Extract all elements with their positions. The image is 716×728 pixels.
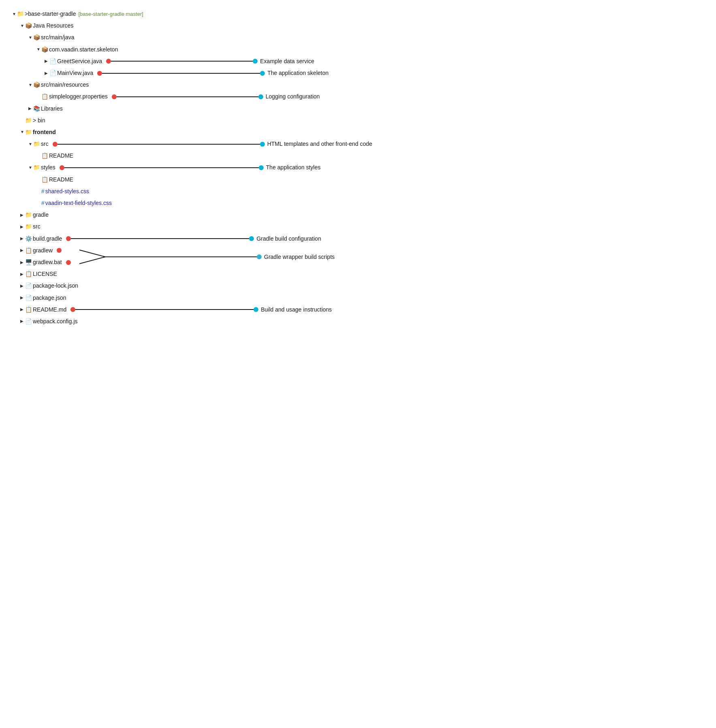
tree-item-java-resources[interactable]: ▼ 📦 Java Resources	[12, 20, 704, 32]
dot-blue-main-view	[260, 71, 265, 76]
item-libraries: Libraries	[41, 104, 63, 114]
line-styles	[64, 167, 259, 168]
dot-blue-build-gradle	[249, 236, 254, 241]
item-package-json: package.json	[33, 293, 66, 303]
tree-item-root[interactable]: ▼ 📁 > base-starter-gradle [base-starter-…	[12, 8, 704, 20]
item-src-main-resources: src/main/resources	[41, 80, 89, 90]
tree-item-package-json[interactable]: ▶ 📄 package.json	[12, 292, 704, 304]
tree-item-greet-service[interactable]: ▶ 📄 GreetService.java Example data servi…	[12, 56, 704, 67]
arrow-src: ▶	[20, 223, 24, 231]
tree-item-main-view[interactable]: ▶ 📄 MainView.java The application skelet…	[12, 67, 704, 79]
tree-item-build-gradle[interactable]: ▶ ⚙️ build.gradle Gradle build configura…	[12, 233, 704, 245]
tree-item-styles[interactable]: ▼ 📁 styles The application styles	[12, 162, 704, 173]
arrow-readme-md: ▶	[20, 306, 24, 313]
tree-item-bin[interactable]: ▶ 📁 > bin	[12, 115, 704, 126]
item-bin: > bin	[33, 115, 45, 126]
tree-item-frontend-src-readme[interactable]: ▶ 📋 README	[12, 150, 704, 162]
icon-simplelogger: 📋	[41, 92, 48, 102]
tree-item-readme-md[interactable]: ▶ 📋 README.md Build and usage instructio…	[12, 304, 704, 316]
annotation-main-view: The application skeleton	[97, 68, 328, 78]
item-readme-md: README.md	[33, 305, 66, 315]
tree-item-src-main-resources[interactable]: ▼ 📦 src/main/resources	[12, 79, 704, 91]
tree-item-src[interactable]: ▶ 📁 src	[12, 221, 704, 233]
tree-item-webpack[interactable]: ▶ 📄 webpack.config.js	[12, 316, 704, 327]
icon-src-main-java: 📦	[33, 32, 40, 43]
icon-libraries: 📚	[33, 104, 40, 114]
tree-item-src-main-java[interactable]: ▼ 📦 src/main/java	[12, 32, 704, 43]
dot-red-styles	[60, 165, 64, 170]
icon-gradle: 📁	[25, 210, 32, 220]
arrow-gradle: ▶	[20, 211, 24, 219]
line-main-view	[102, 73, 260, 74]
dot-blue-simplelogger	[258, 94, 263, 99]
tree-item-license[interactable]: ▶ 📋 LICENSE	[12, 268, 704, 280]
label-build-gradle: Gradle build configuration	[256, 234, 321, 244]
icon-frontend-src: 📁	[33, 139, 40, 149]
tree-item-com-vaadin[interactable]: ▼ 📦 com.vaadin.starter.skeleton	[12, 44, 704, 56]
item-src-main-java: src/main/java	[41, 32, 74, 43]
icon-styles-readme: 📋	[41, 175, 48, 185]
icon-license: 📋	[25, 269, 32, 279]
dot-red-build-gradle	[66, 236, 71, 241]
tree-item-vaadin-styles[interactable]: ▶ # vaadin-text-field-styles.css	[12, 197, 704, 209]
annotation-simplelogger: Logging configuration	[112, 92, 320, 102]
item-greet-service: GreetService.java	[57, 56, 102, 66]
item-license: LICENSE	[33, 269, 57, 279]
icon-java-resources: 📦	[25, 21, 32, 31]
item-gradlew-bat: gradlew.bat	[33, 257, 62, 267]
arrow-libraries: ▶	[28, 105, 32, 112]
item-frontend: frontend	[33, 127, 56, 137]
icon-bin: 📁	[25, 115, 32, 126]
item-styles-readme: README	[49, 175, 73, 185]
label-styles: The application styles	[266, 162, 321, 173]
annotation-readme-md: Build and usage instructions	[70, 305, 332, 315]
arrow-license: ▶	[20, 271, 24, 278]
tree-item-shared-styles[interactable]: ▶ # shared-styles.css	[12, 186, 704, 197]
item-package-lock: package-lock.json	[33, 281, 78, 291]
annotation-build-gradle: Gradle build configuration	[66, 234, 321, 244]
icon-readme-md: 📋	[25, 305, 32, 315]
item-frontend-src: src	[41, 139, 49, 149]
dot-red-readme-md	[70, 307, 75, 312]
icon-vaadin-styles: #	[41, 198, 45, 208]
annotation-frontend-src: HTML templates and other front-end code	[53, 139, 372, 149]
item-src: src	[33, 222, 40, 232]
arrow-frontend: ▼	[20, 128, 24, 136]
item-build-gradle: build.gradle	[33, 234, 62, 244]
tree-item-styles-readme[interactable]: ▶ 📋 README	[12, 174, 704, 186]
item-com-vaadin: com.vaadin.starter.skeleton	[49, 45, 118, 55]
dot-blue-readme-md	[254, 307, 258, 312]
item-root-name: base-starter-gradle	[28, 9, 76, 19]
tree-item-libraries[interactable]: ▶ 📚 Libraries	[12, 103, 704, 115]
merged-annotation-container: ▶ 📋 gradlew ▶ 🖥️ gradlew.bat	[12, 245, 704, 268]
line-build-gradle	[71, 238, 249, 239]
item-java-resources: Java Resources	[33, 21, 73, 31]
item-styles: styles	[41, 162, 55, 173]
dot-red-gradlew-bat	[66, 260, 71, 265]
dot-blue-greet-service	[253, 59, 258, 64]
tree-item-package-lock[interactable]: ▶ 📄 package-lock.json	[12, 280, 704, 292]
dot-red-main-view	[97, 71, 102, 76]
icon-package-lock: 📄	[25, 281, 32, 291]
tree-item-frontend-src[interactable]: ▼ 📁 src HTML templates and other front-e…	[12, 138, 704, 150]
label-readme-md: Build and usage instructions	[261, 305, 332, 315]
tree-item-gradlew[interactable]: ▶ 📋 gradlew	[20, 245, 704, 256]
line-simplelogger	[117, 96, 258, 97]
icon-package-json: 📄	[25, 293, 32, 303]
label-simplelogger: Logging configuration	[266, 92, 320, 102]
dot-red-gradlew	[57, 248, 62, 253]
arrow-build-gradle: ▶	[20, 235, 24, 242]
tree-item-gradlew-bat[interactable]: ▶ 🖥️ gradlew.bat	[20, 256, 704, 268]
item-frontend-src-readme: README	[49, 151, 73, 161]
icon-greet-service: 📄	[49, 56, 56, 66]
tree-item-frontend[interactable]: ▼ 📁 frontend	[12, 126, 704, 138]
icon-webpack: 📄	[25, 316, 32, 327]
tree-item-gradle[interactable]: ▶ 📁 gradle	[12, 209, 704, 221]
item-vaadin-styles: vaadin-text-field-styles.css	[45, 198, 112, 208]
icon-com-vaadin: 📦	[41, 45, 48, 55]
dot-blue-frontend-src	[260, 142, 265, 147]
arrow-main-view: ▶	[45, 70, 49, 77]
line-frontend-src	[58, 144, 260, 145]
icon-frontend-src-readme: 📋	[41, 151, 48, 161]
tree-item-simplelogger[interactable]: ▶ 📋 simplelogger.properties Logging conf…	[12, 91, 704, 102]
